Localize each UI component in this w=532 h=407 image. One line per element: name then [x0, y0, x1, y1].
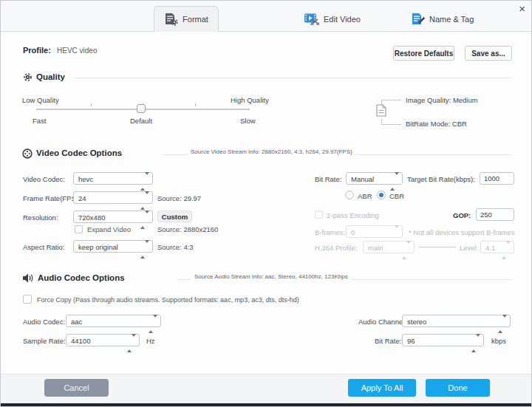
custom-resolution-button[interactable]: Custom	[157, 211, 192, 222]
stepper-icon[interactable]	[390, 175, 399, 188]
h264-profile-select[interactable]: main	[363, 241, 415, 253]
close-icon[interactable]: ×	[519, 2, 525, 15]
profile-level-divider	[419, 247, 456, 247]
frame-rate-source: Source: 29.97	[157, 194, 201, 202]
b-frames-value: 0	[351, 228, 355, 236]
sample-rate-unit: Hz	[146, 337, 155, 345]
force-copy-label: Force Copy (Pass through audio streams. …	[37, 296, 299, 304]
audio-source-info: Source Audio Stream Info: aac, Stereo, 4…	[191, 273, 351, 280]
b-frames-label: B-frames:	[315, 228, 345, 236]
tab-name-tag[interactable]: Name & Tag	[411, 6, 474, 32]
resolution-label: Resolution:	[23, 213, 58, 222]
apply-to-all-button[interactable]: Apply To All	[348, 379, 416, 397]
tab-format[interactable]: Format	[154, 6, 219, 32]
stepper-icon[interactable]	[140, 213, 149, 227]
quality-rule	[75, 78, 512, 78]
level-value: 4.1	[485, 244, 495, 252]
two-pass-encoding-label: 2-pass Encoding	[327, 211, 379, 219]
video-codec-select[interactable]: hevc	[73, 172, 153, 185]
audio-codec-label: Audio Codec:	[23, 318, 65, 326]
stepper-icon[interactable]	[140, 194, 149, 208]
tab-edit-video-label: Edit Video	[324, 15, 361, 24]
aspect-ratio-label: Aspect Ratio:	[23, 243, 65, 251]
film-reel-icon	[22, 148, 33, 159]
video-section-title: Video Codec Options	[36, 148, 122, 157]
h264-profile-value: main	[368, 244, 383, 252]
sample-rate-label: Sample Rate:	[23, 337, 66, 345]
stepper-icon[interactable]	[471, 337, 480, 350]
sample-rate-value: 44100	[71, 337, 90, 345]
audio-bit-rate-unit: kbps	[491, 337, 506, 345]
bit-rate-label: Bit Rate:	[315, 175, 341, 183]
audio-bit-rate-value: 96	[407, 337, 415, 345]
bit-rate-value: Manual	[351, 175, 374, 183]
aspect-ratio-source: Source: 4:3	[157, 243, 194, 251]
done-button[interactable]: Done	[426, 379, 490, 397]
bitrate-mode-summary: BitRate Mode: CBR	[406, 120, 467, 128]
audio-channel-value: stereo	[407, 318, 426, 326]
level-label: Level:	[460, 244, 478, 252]
info-bracket-bottom	[381, 119, 401, 125]
video-source-info: Source Video Stream Info: 2880x2160, 4:3…	[188, 148, 355, 155]
b-frames-select[interactable]: 0	[346, 225, 403, 238]
frame-rate-value: 24	[78, 194, 86, 202]
aspect-ratio-value: keep original	[78, 243, 118, 251]
level-select[interactable]: 4.1	[480, 241, 514, 253]
speaker-icon	[22, 273, 34, 283]
audio-section-title: Audio Codec Options	[38, 273, 125, 282]
slider-label-slow: Slow	[240, 117, 256, 125]
quality-gear-icon	[23, 72, 33, 82]
stepper-icon[interactable]	[127, 337, 136, 350]
expand-video-checkbox[interactable]	[75, 225, 83, 233]
converter-settings-window: Format Edit Video	[0, 0, 532, 407]
stepper-icon[interactable]	[140, 175, 149, 188]
cancel-button[interactable]: Cancel	[44, 379, 109, 397]
quality-slider-handle[interactable]	[137, 104, 146, 113]
audio-bit-rate-label: Bit Rate:	[375, 337, 401, 345]
stepper-icon	[502, 244, 511, 257]
abr-radio[interactable]	[345, 191, 354, 199]
resolution-select[interactable]: 720x480	[73, 211, 153, 223]
frame-rate-label: Frame Rate(FPS):	[23, 194, 81, 202]
audio-bit-rate-select[interactable]: 96	[402, 334, 484, 346]
sample-rate-select[interactable]: 44100	[66, 334, 140, 346]
name-tag-doc-pencil-icon	[411, 13, 425, 26]
tab-edit-video[interactable]: Edit Video	[304, 6, 361, 32]
stepper-icon[interactable]	[140, 243, 149, 256]
edit-video-film-scissors-icon	[304, 13, 319, 25]
slider-label-low-quality: Low Quality	[22, 96, 59, 104]
slider-label-fast: Fast	[33, 117, 46, 125]
format-doc-gear-icon	[164, 13, 178, 26]
tab-bar: Format Edit Video	[1, 1, 531, 32]
bit-rate-select[interactable]: Manual	[346, 172, 403, 185]
aspect-ratio-select[interactable]: keep original	[73, 240, 153, 253]
stepper-icon	[390, 228, 399, 242]
resolution-value: 720x480	[78, 213, 105, 222]
force-copy-checkbox[interactable]	[23, 295, 32, 304]
two-pass-encoding-checkbox[interactable]	[315, 211, 323, 219]
restore-defaults-button[interactable]: Restore Defaults	[393, 46, 454, 61]
save-as-button[interactable]: Save as...	[465, 46, 512, 61]
audio-channel-select[interactable]: stereo	[402, 315, 511, 327]
gop-label: GOP:	[453, 211, 471, 219]
target-bit-rate-input[interactable]	[480, 172, 514, 185]
resolution-source: Source: 2880x2160	[157, 225, 218, 233]
audio-codec-select[interactable]: aac	[66, 315, 161, 327]
cbr-radio[interactable]	[377, 191, 386, 199]
slider-tick	[91, 103, 92, 106]
gop-input[interactable]	[476, 208, 514, 221]
quality-summary-document-icon	[376, 104, 386, 117]
slider-tick	[195, 103, 196, 106]
tab-format-label: Format	[183, 15, 208, 24]
profile-label: Profile:	[23, 46, 51, 55]
image-quality-summary: Image Quality: Medium	[406, 96, 478, 104]
stepper-icon[interactable]	[498, 318, 507, 331]
frame-rate-select[interactable]: 24	[73, 191, 153, 204]
quality-section-title: Quality	[36, 72, 65, 81]
h264-profile-label: H.264 Profile:	[315, 244, 358, 252]
audio-codec-value: aac	[71, 318, 82, 326]
target-bit-rate-label: Target Bit Rate(kbps):	[407, 175, 475, 183]
expand-video-label: Expand Video	[87, 225, 131, 233]
tab-name-tag-label: Name & Tag	[429, 15, 474, 24]
stepper-icon[interactable]	[149, 318, 157, 331]
